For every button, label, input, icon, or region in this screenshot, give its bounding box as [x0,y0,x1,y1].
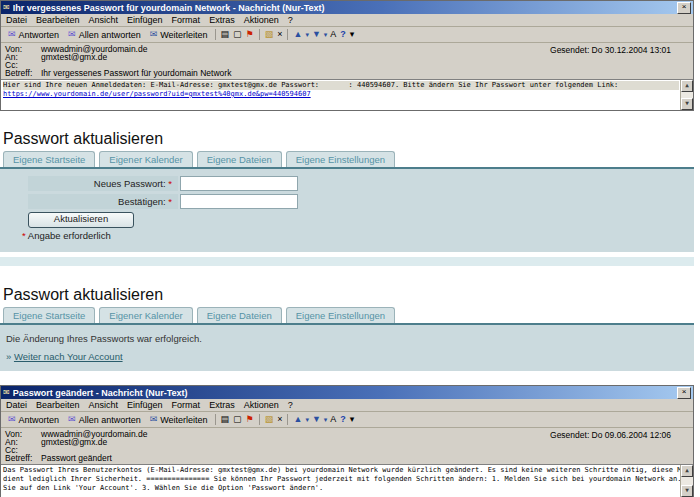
menu-hilfe[interactable]: ? [288,400,293,410]
toolbar-options-icon[interactable]: ▾ [349,414,356,425]
print-icon[interactable]: ▤ [220,414,231,425]
toolbar-options-icon[interactable]: ▾ [349,29,356,40]
close-icon[interactable]: × [677,387,691,399]
create-rule-icon[interactable]: ▧ [264,29,275,40]
menu-bearbeiten[interactable]: Bearbeiten [36,400,80,410]
sent-timestamp: Gesendet: Do 30.12.2004 13:01 [550,45,671,55]
tab-eigener-kalender[interactable]: Eigener Kalender [99,151,192,167]
move-to-folder-icon[interactable]: ▢ [232,414,243,425]
betreff-value: Ihr vergessenes Passwort für yourdomain … [41,69,231,77]
your-account-link-row: » Weiter nach Your Account [6,351,123,362]
email-window-password-changed: ✉ Passwort geändert - Nachricht (Nur-Tex… [0,385,694,497]
header-row-betreff: Betreff: Passwort geändert [1,454,693,462]
create-rule-icon[interactable]: ▧ [264,414,275,425]
update-button[interactable]: Aktualisieren [28,212,134,228]
titlebar[interactable]: ✉ Ihr vergessenes Passwort für yourdomai… [1,1,693,14]
scroll-up-icon[interactable]: ▲ [681,465,693,477]
menu-ansicht[interactable]: Ansicht [89,15,119,25]
new-password-row: Neues Passwort: * [28,176,298,191]
highlight-icon[interactable]: A [329,414,337,425]
menu-format[interactable]: Format [172,15,201,25]
new-password-field[interactable] [180,176,298,191]
tab-eigene-startseite[interactable]: Eigene Startseite [3,307,95,323]
reply-all-label: Allen antworten [79,415,141,425]
menu-aktionen[interactable]: Aktionen [244,15,279,25]
menu-extras[interactable]: Extras [209,15,235,25]
toolbar-separator [259,414,260,425]
delete-icon[interactable]: × [276,414,283,425]
scroll-down-icon[interactable]: ▼ [681,98,693,110]
menu-einfuegen[interactable]: Einfügen [127,400,163,410]
menu-einfuegen[interactable]: Einfügen [127,15,163,25]
tab-eigene-einstellungen[interactable]: Eigene Einstellungen [286,307,395,323]
highlight-icon[interactable]: A [329,29,337,40]
reply-all-button[interactable]: ✉ Allen antworten [64,413,144,426]
password-reset-link[interactable]: https://www.yourdomain.de/user/password?… [3,90,311,98]
delete-icon[interactable]: × [276,29,283,40]
reply-all-icon: ✉ [67,414,77,425]
forward-icon: ✉ [149,29,159,40]
tab-eigene-einstellungen[interactable]: Eigene Einstellungen [286,151,395,167]
confirm-password-field[interactable] [180,194,298,209]
previous-item-icon[interactable]: ▲ [292,29,303,40]
tab-eigene-startseite[interactable]: Eigene Startseite [3,151,95,167]
your-account-link[interactable]: Weiter nach Your Account [14,351,123,362]
reply-button[interactable]: ✉ Antworten [4,413,62,426]
print-icon[interactable]: ▤ [220,29,231,40]
scroll-up-icon[interactable]: ▲ [681,80,693,92]
previous-item-icon[interactable]: ▲ [292,414,303,425]
scroll-down-icon[interactable]: ▼ [681,485,693,497]
forward-button[interactable]: ✉ Weiterleiten [146,413,211,426]
confirm-password-label: Bestätigen: * [28,194,178,209]
reply-button[interactable]: ✉ Antworten [4,28,62,41]
mail-body-text: Hier sind Ihre neuen Anmeldedaten: E-Mai… [3,81,679,90]
menu-bearbeiten[interactable]: Bearbeiten [36,15,80,25]
next-item-icon[interactable]: ▼ [311,414,322,425]
toolbar-separator [215,29,216,40]
page-title: Passwort aktualisieren [3,286,163,304]
mail-body-text: Sie auf den Link 'Your Account'. 3. Wähl… [3,484,679,493]
tab-eigene-dateien[interactable]: Eigene Dateien [197,151,282,167]
menu-format[interactable]: Format [172,400,201,410]
previous-item-dropdown-icon[interactable]: ▾ [305,29,309,40]
next-item-dropdown-icon[interactable]: ▾ [324,29,328,40]
confirm-password-row: Bestätigen: * [28,194,298,209]
previous-item-dropdown-icon[interactable]: ▾ [305,414,309,425]
menu-extras[interactable]: Extras [209,400,235,410]
sent-timestamp: Gesendet: Do 09.06.2004 12:06 [550,430,671,440]
next-item-dropdown-icon[interactable]: ▾ [324,414,328,425]
menu-ansicht[interactable]: Ansicht [89,400,119,410]
mail-body-text: dient lediglich Ihrer Sicherheit. ======… [3,475,679,484]
follow-up-flag-icon[interactable]: ⚑ [245,29,255,40]
menu-aktionen[interactable]: Aktionen [244,400,279,410]
menu-bar: Datei Bearbeiten Ansicht Einfügen Format… [1,14,693,27]
menu-hilfe[interactable]: ? [288,15,293,25]
betreff-label: Betreff: [5,69,41,77]
forward-button[interactable]: ✉ Weiterleiten [146,28,211,41]
help-icon[interactable]: ? [339,414,347,425]
betreff-value: Passwort geändert [41,454,112,462]
vertical-scrollbar[interactable]: ▲ ▼ [680,80,693,110]
next-item-icon[interactable]: ▼ [311,29,322,40]
reply-label: Antworten [19,30,60,40]
close-icon[interactable]: × [677,2,691,14]
tab-eigener-kalender[interactable]: Eigener Kalender [99,307,192,323]
password-update-form-page: Passwort aktualisieren Eigene Startseite… [0,130,694,270]
menu-datei[interactable]: Datei [6,400,27,410]
menu-datei[interactable]: Datei [6,15,27,25]
move-to-folder-icon[interactable]: ▢ [232,29,243,40]
vertical-scrollbar[interactable]: ▲ ▼ [680,465,693,497]
follow-up-flag-icon[interactable]: ⚑ [245,414,255,425]
link-arrow: » [6,351,11,362]
help-icon[interactable]: ? [339,29,347,40]
password-update-success-page: Passwort aktualisieren Eigene Startseite… [0,286,694,376]
forward-label: Weiterleiten [160,30,207,40]
tab-eigene-dateien[interactable]: Eigene Dateien [197,307,282,323]
titlebar[interactable]: ✉ Passwort geändert - Nachricht (Nur-Tex… [1,386,693,399]
forward-icon: ✉ [149,414,159,425]
screenshot-stage: ✉ Ihr vergessenes Passwort für yourdomai… [0,0,700,497]
toolbar-separator [287,29,288,40]
reply-icon: ✉ [7,29,17,40]
betreff-label: Betreff: [5,454,41,462]
reply-all-button[interactable]: ✉ Allen antworten [64,28,144,41]
